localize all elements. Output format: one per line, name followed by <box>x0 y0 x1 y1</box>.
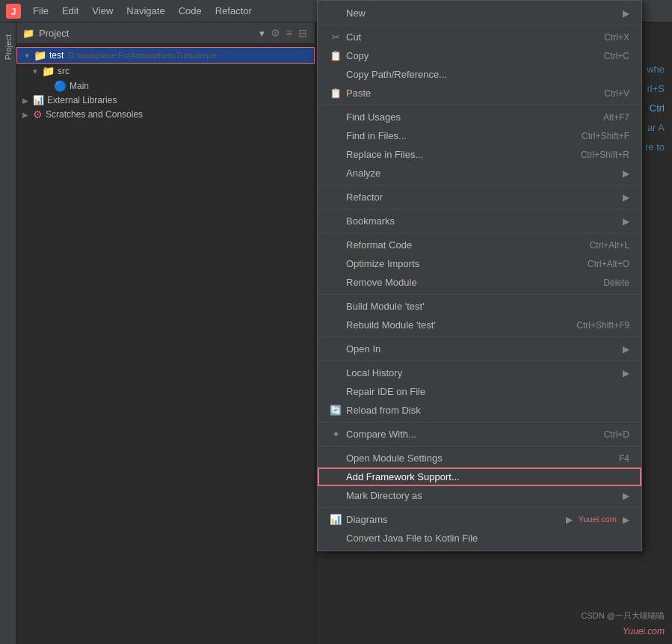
ctx-right-diagrams: ▶Yuuei.com▶ <box>566 515 629 525</box>
ctx-label-new: New <box>346 7 366 19</box>
ctx-right-new: ▶ <box>623 8 629 19</box>
side-tab: Project <box>0 22 16 644</box>
ctx-arrow-diagrams: ▶ <box>566 515 573 525</box>
ctx-icon-paste: 📋 <box>330 88 342 99</box>
ctx-separator <box>318 294 641 295</box>
ctx-item-cut[interactable]: ✂CutCtrl+X <box>318 28 641 46</box>
ctx-right-reformat: Ctrl+Alt+L <box>575 240 629 251</box>
ctx-arrow-analyze: ▶ <box>623 168 629 179</box>
tree-arrow-root: ▼ <box>23 52 31 60</box>
ctx-separator <box>318 337 641 337</box>
ctx-item-repair-ide[interactable]: Repair IDE on File <box>318 382 641 401</box>
project-tab-label[interactable]: Project <box>2 30 14 64</box>
ctx-item-left-remove-module: Remove Module <box>330 277 417 288</box>
ctx-separator <box>318 185 641 185</box>
ctx-item-replace-files[interactable]: Replace in Files...Ctrl+Shift+R <box>318 145 641 164</box>
ctx-item-left-reformat: Reformat Code <box>330 239 412 251</box>
ctx-item-rebuild-module[interactable]: Rebuild Module 'test'Ctrl+Shift+F9 <box>318 316 641 334</box>
filter-icon[interactable]: ⊟ <box>297 25 309 40</box>
settings-icon[interactable]: ⚙ <box>269 25 282 40</box>
ctx-icon-cut: ✂ <box>330 31 342 43</box>
menu-bar: File Edit View Navigate Code Refactor <box>27 4 258 18</box>
ctx-item-diagrams[interactable]: 📊Diagrams▶Yuuei.com▶ <box>318 510 641 529</box>
ctx-right-bookmarks: ▶ <box>623 216 629 227</box>
ctx-item-left-refactor: Refactor <box>330 191 383 203</box>
ctx-item-open-module-settings[interactable]: Open Module SettingsF4 <box>318 449 641 467</box>
menu-file[interactable]: File <box>27 4 55 18</box>
menu-navigate[interactable]: Navigate <box>120 4 170 18</box>
ctx-shortcut-rebuild-module: Ctrl+Shift+F9 <box>576 320 629 331</box>
ctx-item-build-module[interactable]: Build Module 'test' <box>318 297 641 316</box>
ctx-item-optimize[interactable]: Optimize ImportsCtrl+Alt+O <box>318 254 641 273</box>
ctx-item-left-find-files: Find in Files... <box>330 130 407 141</box>
ctx-shortcut-optimize: Ctrl+Alt+O <box>588 259 629 269</box>
tree-item-src[interactable]: ▼ 📁 src <box>16 64 315 79</box>
ctx-item-refactor[interactable]: Refactor▶ <box>318 188 641 206</box>
ctx-arrow-local-history: ▶ <box>623 368 629 378</box>
ctx-item-bookmarks[interactable]: Bookmarks▶ <box>318 212 641 230</box>
project-dropdown-arrow[interactable]: ▾ <box>259 28 265 39</box>
ctx-arrow-open-in: ▶ <box>623 344 629 355</box>
ctx-item-reload-disk[interactable]: 🔄Reload from Disk <box>318 401 641 420</box>
collapse-icon[interactable]: ≡ <box>285 25 294 40</box>
menu-view[interactable]: View <box>86 4 119 18</box>
menu-code[interactable]: Code <box>173 4 208 18</box>
ctx-right-local-history: ▶ <box>623 368 629 378</box>
ctx-item-reformat[interactable]: Reformat CodeCtrl+Alt+L <box>318 236 641 254</box>
ctx-item-left-copy: 📋Copy <box>330 50 369 61</box>
project-tree: ▼ 📁 test D:\workplace\ForAtmosphericTurb… <box>16 44 315 644</box>
ctx-item-left-local-history: Local History <box>330 367 402 378</box>
menu-edit[interactable]: Edit <box>56 4 84 18</box>
ctx-label-compare-with: Compare With... <box>346 429 416 440</box>
ctx-shortcut-paste: Ctrl+V <box>604 88 629 99</box>
app-logo: J <box>6 4 21 19</box>
ctx-shortcut-open-module-settings: F4 <box>619 453 629 464</box>
ctx-item-analyze[interactable]: Analyze▶ <box>318 164 641 183</box>
tree-item-root[interactable]: ▼ 📁 test D:\workplace\ForAtmosphericTurb… <box>16 47 315 64</box>
ctx-item-new[interactable]: New▶ <box>318 4 641 22</box>
ctx-separator <box>318 25 641 25</box>
ctx-item-find-files[interactable]: Find in Files...Ctrl+Shift+F <box>318 126 641 145</box>
ctx-label-find-usages: Find Usages <box>346 111 401 123</box>
svg-text:J: J <box>11 7 16 17</box>
ctx-item-find-usages[interactable]: Find UsagesAlt+F7 <box>318 108 641 126</box>
ctx-item-left-copy-path: Copy Path/Reference... <box>330 69 447 80</box>
ctx-item-add-framework[interactable]: Add Framework Support... <box>318 467 641 486</box>
ctx-item-left-reload-disk: 🔄Reload from Disk <box>330 405 421 416</box>
ctx-icon-compare-with: ✦ <box>330 429 342 440</box>
ctx-item-left-analyze: Analyze <box>330 168 380 179</box>
ctx-item-mark-directory[interactable]: Mark Directory as▶ <box>318 486 641 505</box>
scratches-icon: ⚙ <box>33 108 43 120</box>
ctx-right-optimize: Ctrl+Alt+O <box>573 259 629 269</box>
ctx-item-remove-module[interactable]: Remove ModuleDelete <box>318 273 641 292</box>
tree-item-scratches[interactable]: ▶ ⚙ Scratches and Consoles <box>16 107 315 122</box>
folder-icon: 📁 <box>22 28 34 39</box>
ctx-label-open-in: Open In <box>346 343 380 355</box>
ctx-separator <box>318 361 641 361</box>
ctx-separator <box>318 209 641 209</box>
ctx-label-bookmarks: Bookmarks <box>346 215 395 227</box>
ctx-item-open-in[interactable]: Open In▶ <box>318 340 641 358</box>
ctx-item-left-cut: ✂Cut <box>330 31 361 43</box>
ctx-item-copy-path[interactable]: Copy Path/Reference... <box>318 65 641 84</box>
ctx-item-left-open-in: Open In <box>330 343 380 355</box>
tree-item-main[interactable]: 🔵 Main <box>16 79 315 93</box>
ctx-item-convert-java[interactable]: Convert Java File to Kotlin File <box>318 529 641 548</box>
ctx-item-left-diagrams: 📊Diagrams <box>330 514 388 525</box>
editor-hints: whe rl+S Ctrl ar A re to <box>645 60 665 157</box>
ctx-item-left-optimize: Optimize Imports <box>330 258 419 269</box>
ctx-item-paste[interactable]: 📋PasteCtrl+V <box>318 84 641 102</box>
ctx-arrow-diagrams: ▶ <box>623 515 629 525</box>
ctx-label-repair-ide: Repair IDE on File <box>346 386 425 397</box>
ctx-label-build-module: Build Module 'test' <box>346 301 425 312</box>
project-header-icons: ⚙ ≡ ⊟ <box>269 25 309 40</box>
ctx-right-cut: Ctrl+X <box>589 32 629 43</box>
ctx-arrow-bookmarks: ▶ <box>623 216 629 227</box>
ctx-right-open-in: ▶ <box>623 344 629 355</box>
ctx-item-copy[interactable]: 📋CopyCtrl+C <box>318 46 641 65</box>
tree-item-extlibs[interactable]: ▶ 📊 External Libraries <box>16 93 315 107</box>
ctx-item-local-history[interactable]: Local History▶ <box>318 364 641 382</box>
ctx-separator <box>318 105 641 105</box>
menu-refactor[interactable]: Refactor <box>209 4 258 18</box>
ctx-item-compare-with[interactable]: ✦Compare With...Ctrl+D <box>318 425 641 444</box>
